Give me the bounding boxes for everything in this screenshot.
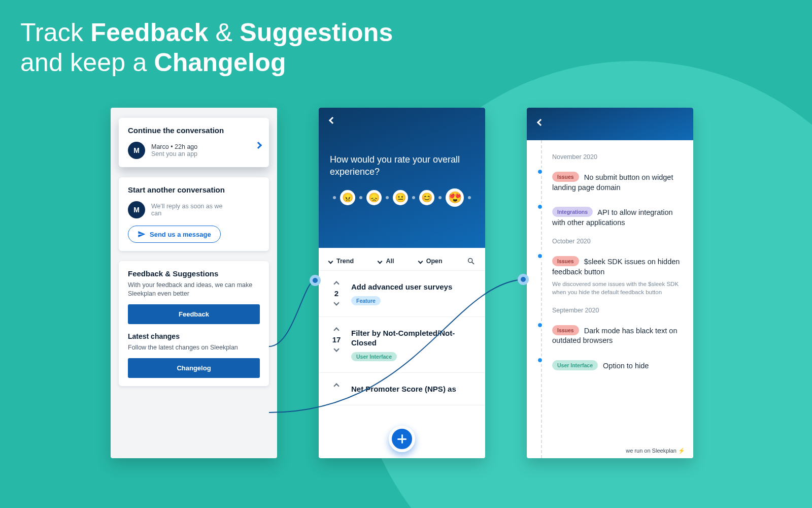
post-tag: Feature — [351, 296, 381, 305]
changelog-item-title: Issues No submit button on widget landin… — [552, 168, 684, 193]
avatar: M — [128, 201, 145, 218]
avatar: M — [128, 142, 145, 159]
card-start-conversation: Start another conversation M We'll reply… — [119, 177, 269, 251]
preview-line: Sent you an app — [151, 150, 197, 157]
chevron-down-icon — [378, 259, 383, 264]
timeline-month-label: September 2020 — [552, 307, 684, 314]
face-angry-icon[interactable]: 😠 — [340, 190, 355, 205]
changelog-tag: Integrations — [552, 207, 593, 217]
vote-count: 2 — [334, 289, 339, 298]
latest-changes-title: Latest changes — [128, 332, 260, 340]
feedback-post[interactable]: 17Filter by Not-Completed/Not-ClosedUser… — [319, 317, 485, 373]
changelog-item[interactable]: Issues No submit button on widget landin… — [552, 168, 684, 193]
bolt-icon: ⚡ — [678, 448, 685, 454]
changelog-timeline: November 2020Issues No submit button on … — [527, 140, 693, 458]
panel-changelog: November 2020Issues No submit button on … — [527, 108, 693, 458]
board-toolbar: Trend All Open — [319, 248, 485, 271]
author-line: Marco • 22h ago — [151, 143, 197, 150]
send-icon — [138, 230, 146, 238]
card-subtitle: With your feedback and ideas, we can mak… — [128, 281, 260, 298]
card-title: Start another conversation — [128, 185, 260, 194]
face-happy-icon[interactable]: 😊 — [419, 190, 434, 205]
changelog-item-title: User Interface Option to hide — [552, 356, 684, 371]
upvote-button[interactable] — [333, 281, 339, 287]
chevron-down-icon — [418, 259, 423, 264]
card-continue-conversation[interactable]: Continue the conversation M Marco • 22h … — [119, 118, 269, 167]
feedback-button[interactable]: Feedback — [128, 304, 260, 324]
panel-feedback-board: How would you rate your overall experien… — [319, 108, 485, 458]
latest-changes-subtitle: Follow the latest changes on Sleekplan — [128, 343, 260, 352]
sort-dropdown[interactable]: Trend — [329, 258, 354, 265]
feedback-post[interactable]: 2Add advanced user surveysFeature — [319, 271, 485, 317]
send-message-button[interactable]: Send us a message — [128, 226, 221, 243]
changelog-item[interactable]: Integrations API to allow integration wi… — [552, 203, 684, 228]
svg-point-0 — [468, 259, 472, 263]
post-title: Filter by Not-Completed/Not-Closed — [351, 328, 475, 348]
powered-by[interactable]: we run on Sleekplan ⚡ — [624, 447, 687, 455]
panel-widget-home: Continue the conversation M Marco • 22h … — [111, 108, 277, 458]
downvote-button[interactable] — [333, 346, 339, 352]
changelog-item-title: Issues Dark mode has black text on outda… — [552, 321, 684, 346]
vote-count: 17 — [332, 335, 341, 344]
changelog-item[interactable]: Issues $sleek SDK issues on hidden feedb… — [552, 252, 684, 296]
changelog-tag: Issues — [552, 325, 579, 335]
changelog-tag: Issues — [552, 256, 579, 266]
search-icon[interactable] — [467, 257, 475, 265]
card-feedback-suggestions: Feedback & Suggestions With your feedbac… — [119, 261, 269, 386]
add-post-button[interactable] — [389, 426, 415, 452]
back-button[interactable] — [329, 117, 336, 124]
upvote-button[interactable] — [333, 383, 339, 389]
face-love-icon[interactable]: 😍 — [446, 188, 464, 207]
changelog-button[interactable]: Changelog — [128, 358, 260, 378]
changelog-item[interactable]: User Interface Option to hide — [552, 356, 684, 371]
changelog-tag: Issues — [552, 172, 579, 182]
post-title: Add advanced user surveys — [351, 282, 475, 292]
hero-headline: Track Feedback & Suggestions and keep a … — [20, 18, 393, 78]
rating-question: How would you rate your overall experien… — [330, 153, 474, 178]
status-dropdown[interactable]: Open — [419, 258, 443, 265]
card-title: Continue the conversation — [128, 126, 260, 135]
changelog-item-title: Issues $sleek SDK issues on hidden feedb… — [552, 252, 684, 277]
feedback-post[interactable]: Net Promoter Score (NPS) as — [319, 373, 485, 406]
svg-line-1 — [472, 262, 474, 264]
upvote-button[interactable] — [333, 327, 339, 333]
changelog-item-title: Integrations API to allow integration wi… — [552, 203, 684, 228]
post-title: Net Promoter Score (NPS) as — [351, 384, 475, 394]
timeline-month-label: October 2020 — [552, 238, 684, 245]
face-sad-icon[interactable]: 😞 — [366, 190, 382, 205]
chevron-down-icon — [328, 259, 333, 264]
changelog-item[interactable]: Issues Dark mode has black text on outda… — [552, 321, 684, 346]
changelog-tag: User Interface — [552, 360, 598, 370]
reply-note: We'll reply as soon as we can — [151, 203, 227, 217]
rating-scale[interactable]: 😠 😞 😐 😊 😍 — [330, 188, 474, 207]
card-title: Feedback & Suggestions — [128, 269, 260, 278]
filter-dropdown[interactable]: All — [378, 258, 394, 265]
changelog-item-desc: We discovered some issues with the $slee… — [552, 280, 684, 296]
post-tag: User Interface — [351, 352, 397, 361]
downvote-button[interactable] — [333, 300, 339, 305]
back-button[interactable] — [537, 119, 544, 126]
timeline-month-label: November 2020 — [552, 153, 684, 161]
face-neutral-icon[interactable]: 😐 — [393, 190, 408, 205]
